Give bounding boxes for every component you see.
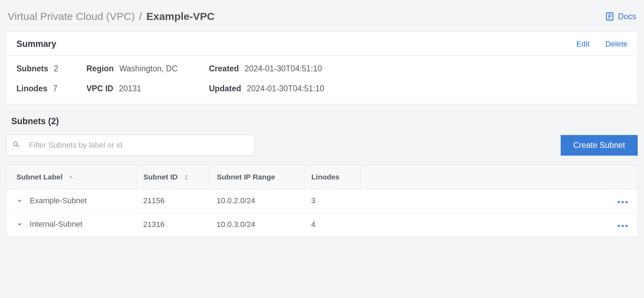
vpcid-label: VPC ID bbox=[86, 84, 113, 93]
updated-label: Updated bbox=[209, 84, 241, 93]
col-header-label[interactable]: Subnet Label bbox=[7, 165, 136, 189]
create-subnet-button[interactable]: Create Subnet bbox=[561, 135, 638, 156]
delete-link[interactable]: Delete bbox=[605, 40, 628, 48]
subnet-label: Example-Subnet bbox=[30, 196, 87, 205]
table-row: Internal-Subnet 21316 10.0.3.0/24 4 bbox=[7, 213, 638, 236]
breadcrumb-parent[interactable]: Virtual Private Cloud (VPC) bbox=[8, 10, 135, 22]
subnet-linodes: 4 bbox=[304, 213, 360, 236]
col-header-linodes: Linodes bbox=[304, 165, 360, 189]
region-label: Region bbox=[86, 64, 114, 73]
subnet-range: 10.0.2.0/24 bbox=[210, 189, 304, 213]
table-row: Example-Subnet 21156 10.0.2.0/24 3 bbox=[7, 189, 638, 213]
region-value: Washington, DC bbox=[119, 64, 178, 73]
search-icon bbox=[12, 141, 20, 150]
svg-line-5 bbox=[17, 145, 19, 147]
created-value: 2024-01-30T04:51:10 bbox=[245, 64, 322, 73]
breadcrumb: Virtual Private Cloud (VPC) / Example-VP… bbox=[8, 10, 215, 22]
filter-subnets-input[interactable] bbox=[29, 141, 249, 150]
docs-icon bbox=[605, 12, 615, 21]
created-label: Created bbox=[209, 64, 239, 73]
docs-link[interactable]: Docs bbox=[605, 12, 636, 21]
subnets-heading: Subnets (2) bbox=[6, 114, 638, 133]
subnet-id: 21156 bbox=[136, 189, 210, 213]
linodes-label: Linodes bbox=[16, 84, 47, 93]
subnets-table: Subnet Label Subnet ID Subnet IP Range bbox=[6, 165, 638, 236]
row-actions-menu[interactable] bbox=[618, 225, 628, 227]
edit-link[interactable]: Edit bbox=[576, 40, 589, 48]
filter-box[interactable] bbox=[6, 135, 255, 156]
sort-both-icon bbox=[183, 174, 189, 180]
col-header-actions bbox=[360, 165, 638, 189]
subnets-value: 2 bbox=[54, 64, 58, 73]
subnet-label: Internal-Subnet bbox=[30, 220, 82, 229]
linodes-value: 7 bbox=[53, 84, 57, 93]
col-header-id[interactable]: Subnet ID bbox=[136, 165, 210, 189]
row-actions-menu[interactable] bbox=[618, 201, 628, 203]
col-header-range: Subnet IP Range bbox=[210, 165, 304, 189]
breadcrumb-current: Example-VPC bbox=[146, 10, 215, 22]
sort-asc-icon bbox=[68, 175, 74, 180]
expand-toggle[interactable] bbox=[16, 221, 23, 227]
subnets-label: Subnets bbox=[16, 64, 48, 73]
vpcid-value: 20131 bbox=[119, 84, 141, 93]
summary-title: Summary bbox=[16, 39, 56, 49]
subnet-range: 10.0.3.0/24 bbox=[210, 213, 304, 236]
subnet-id: 21316 bbox=[136, 213, 210, 236]
summary-card: Summary Edit Delete Subnets2 RegionWashi… bbox=[6, 31, 638, 104]
breadcrumb-separator: / bbox=[139, 10, 142, 22]
updated-value: 2024-01-30T04:51:10 bbox=[247, 84, 324, 93]
svg-point-4 bbox=[14, 142, 18, 146]
subnet-linodes: 3 bbox=[304, 189, 360, 213]
expand-toggle[interactable] bbox=[16, 198, 23, 204]
docs-label: Docs bbox=[618, 12, 636, 21]
